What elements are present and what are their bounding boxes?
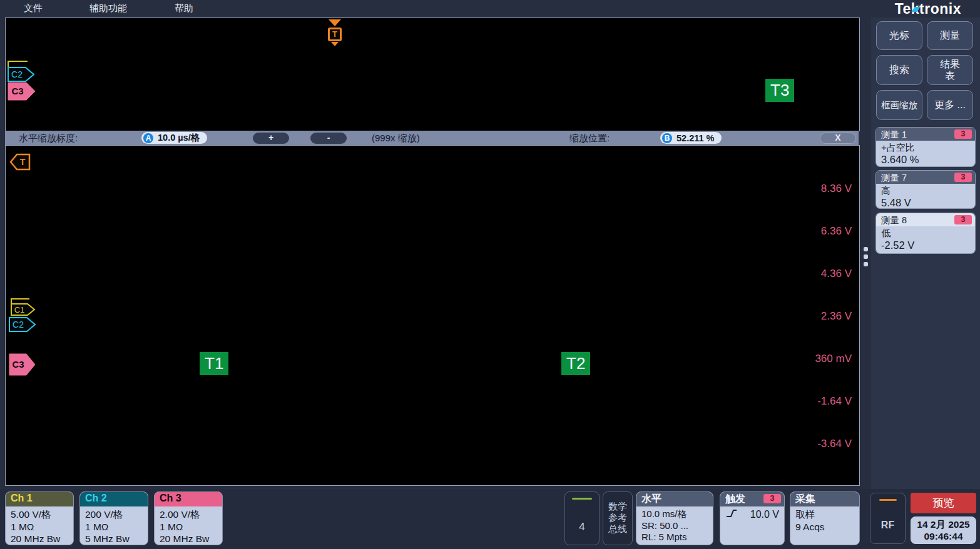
ch4-label: 4	[565, 521, 599, 533]
voltage-label-1: 8.36 V	[821, 183, 852, 195]
ch3-bandwidth: 20 MHz Bw	[160, 533, 217, 545]
channel-2-badge[interactable]: Ch 2 200 V/格 1 MΩ 5 MHz Bw	[79, 491, 148, 545]
voltage-label-4: 2.36 V	[821, 310, 852, 323]
zoom-position-value[interactable]: B 52.211 %	[660, 132, 722, 144]
acquisition-header: 采集	[790, 492, 859, 506]
measurement-value: 5.48 V	[881, 197, 970, 209]
draw-box-zoom-button[interactable]: 框画缩放	[876, 90, 922, 120]
handle-dot-icon	[864, 262, 868, 266]
source-channel-badge: 3	[954, 173, 972, 182]
voltage-label-2: 6.36 V	[821, 225, 852, 238]
ch3-scale: 2.00 V/格	[160, 508, 217, 521]
acquisition-count: 9 Acqs	[795, 521, 854, 533]
horizontal-badge[interactable]: 水平 10.0 ms/格 SR: 50.0 ... RL: 5 Mpts	[636, 491, 713, 545]
channel-1-header: Ch 1	[6, 492, 73, 506]
trigger-header: 触发	[725, 493, 745, 504]
rising-edge-icon	[725, 508, 738, 519]
add-channel-4-button[interactable]: 4	[564, 491, 600, 545]
cursors-button[interactable]: 光标	[876, 21, 922, 50]
trigger-arrow-icon	[329, 19, 341, 26]
channel-3-header: Ch 3	[155, 492, 222, 506]
menu-bar: 文件 辅助功能 帮助 Tektronix	[0, 0, 980, 17]
search-button[interactable]: 搜索	[876, 55, 922, 85]
menu-help[interactable]: 帮助	[175, 3, 193, 14]
knob-b-icon: B	[662, 133, 672, 143]
handle-dot-icon	[864, 254, 868, 259]
voltage-label-7: -3.64 V	[817, 438, 852, 450]
measurement-badge-8[interactable]: 测量 8 3 低 -2.52 V	[875, 213, 976, 254]
horizontal-header: 水平	[636, 492, 713, 506]
measurement-badge-1[interactable]: 测量 1 3 +占空比 3.640 %	[875, 127, 976, 167]
time-text: 09:46:44	[911, 530, 976, 542]
zoom-position-label: 缩放位置:	[569, 133, 610, 144]
annotation-t1: T1	[200, 352, 228, 375]
source-channel-badge: 3	[954, 129, 972, 139]
measurement-value: -2.52 V	[881, 239, 970, 251]
measurement-name: 低	[881, 228, 970, 239]
channel-1-badge[interactable]: Ch 1 5.00 V/格 1 MΩ 20 MHz Bw	[5, 491, 74, 545]
svg-text:C3: C3	[11, 86, 23, 96]
ch1-bandwidth: 20 MHz Bw	[11, 533, 68, 545]
source-channel-badge: 3	[954, 215, 972, 224]
record-length: RL: 5 Mpts	[641, 531, 708, 543]
measurement-name: +占空比	[881, 142, 970, 154]
ch2-impedance: 1 MΩ	[85, 521, 143, 533]
zoom-scale-label: 水平缩放标度:	[19, 133, 78, 144]
measurement-title: 测量 1	[881, 129, 907, 139]
rf-button[interactable]: RF	[870, 493, 906, 544]
sample-rate: SR: 50.0 ...	[641, 520, 708, 532]
measurement-title: 测量 8	[881, 215, 907, 225]
ch3-impedance: 1 MΩ	[160, 521, 217, 533]
trigger-level: 10.0 V	[750, 508, 779, 521]
knob-a-icon: A	[143, 133, 153, 143]
measurement-badge-7[interactable]: 测量 7 3 高 5.48 V	[875, 170, 976, 209]
horizontal-scale: 10.0 ms/格	[641, 508, 708, 520]
annotation-t2: T2	[561, 352, 590, 375]
zoom-position-text: 52.211 %	[676, 133, 714, 143]
preview-button[interactable]: 预览	[911, 493, 976, 513]
zoom-in-button[interactable]: +	[253, 133, 289, 144]
measure-button[interactable]: 测量	[927, 21, 973, 50]
annotation-arrows	[6, 146, 859, 485]
overview-waveforms	[6, 18, 859, 131]
more-button[interactable]: 更多 ...	[927, 90, 973, 120]
measurement-name: 高	[881, 185, 970, 197]
channel-flag-c2-overview[interactable]: C2	[8, 67, 35, 82]
date-text: 14 2月 2025	[911, 518, 976, 530]
trigger-badge[interactable]: 触发 3 10.0 V	[720, 491, 785, 545]
menu-file[interactable]: 文件	[24, 3, 43, 14]
ch4-accent-line	[572, 498, 592, 500]
zoom-control-bar: 水平缩放标度: A 10.0 µs/格 + - (999x 缩放) 缩放位置: …	[5, 131, 859, 145]
zoom-out-button[interactable]: -	[310, 133, 347, 144]
zoom-waveform-display[interactable]: T C1 C2 C3 8.36 V 6.36 V 4.36 V 2.36 V 3…	[5, 145, 860, 486]
ch2-bandwidth: 5 MHz Bw	[85, 533, 143, 545]
datetime-display: 14 2月 2025 09:46:44	[911, 516, 976, 544]
measurement-value: 3.640 %	[881, 154, 970, 166]
zoom-scale-value[interactable]: A 10.0 µs/格	[141, 132, 207, 144]
acquisition-mode: 取样	[795, 508, 854, 521]
oscilloscope-app: 文件 辅助功能 帮助 Tektronix C2 C3 T T3 水平缩放标度: …	[0, 0, 980, 549]
trigger-marker-overview[interactable]: T	[321, 19, 349, 46]
voltage-label-6: -1.64 V	[817, 395, 852, 408]
math-ref-bus-button[interactable]: 数学 参考 总线	[603, 491, 633, 545]
acquisition-badge[interactable]: 采集 取样 9 Acqs	[790, 491, 860, 545]
zoom-factor-label: (999x 缩放)	[372, 133, 420, 144]
svg-text:C2: C2	[11, 69, 23, 79]
bottom-status-bar: Ch 1 5.00 V/格 1 MΩ 20 MHz Bw Ch 2 200 V/…	[0, 489, 980, 549]
overview-waveform-panel[interactable]: C2 C3 T T3	[5, 18, 860, 131]
results-panel-handle[interactable]	[860, 18, 871, 489]
tektronix-logo: Tektronix	[895, 1, 961, 18]
channel-flag-c3-overview[interactable]: C3	[8, 82, 36, 101]
annotation-t3: T3	[765, 79, 794, 102]
voltage-label-3: 4.36 V	[821, 268, 852, 280]
results-table-button[interactable]: 结果 表	[927, 55, 973, 85]
zoom-scale-text: 10.0 µs/格	[158, 132, 200, 144]
channel-3-badge[interactable]: Ch 3 2.00 V/格 1 MΩ 20 MHz Bw	[154, 491, 223, 545]
trigger-marker-main[interactable]: T	[9, 153, 31, 171]
zoom-close-button[interactable]: X	[820, 133, 856, 144]
trigger-pointer-icon	[331, 42, 339, 46]
rf-label: RF	[870, 520, 905, 531]
rf-accent-line	[879, 499, 897, 501]
menu-utility[interactable]: 辅助功能	[89, 3, 127, 14]
measurement-title: 测量 7	[881, 173, 907, 183]
